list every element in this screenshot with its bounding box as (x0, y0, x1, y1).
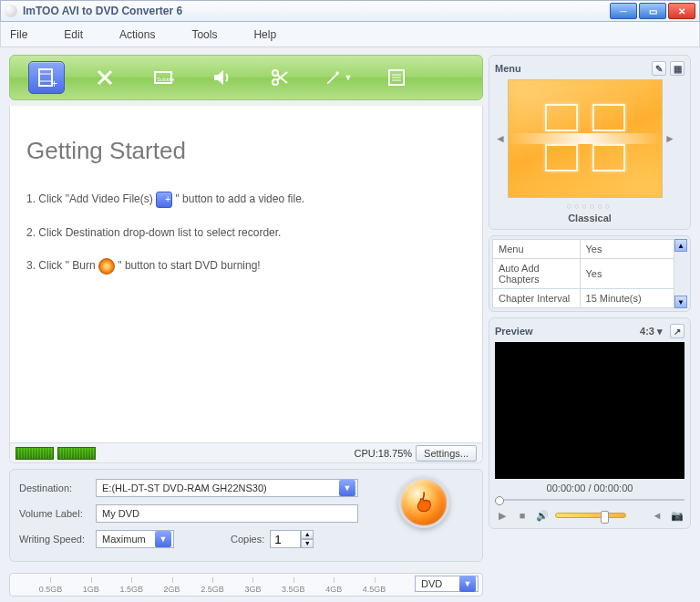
ruler-tick-label: 3.5GB (282, 585, 305, 594)
mute-button[interactable]: 🔊 (535, 508, 550, 523)
ruler-tick-label: 2.5GB (201, 585, 224, 594)
film-plus-icon: + (36, 67, 57, 88)
burn-icon (98, 258, 115, 275)
cpu-settings-button[interactable]: Settings... (416, 445, 477, 462)
menu-actions[interactable]: Actions (119, 28, 155, 41)
aspect-ratio-select[interactable]: 4:3 ▾ (640, 326, 663, 337)
preview-controls: ▶ ■ 🔊 ◄ 📷 (495, 508, 685, 523)
copies-down[interactable]: ▼ (301, 539, 314, 548)
preview-panel: Preview 4:3 ▾ ↗ 00:00:00 / 00:00:00 ▶ ■ … (489, 317, 691, 529)
app-icon (5, 5, 17, 17)
effects-button[interactable]: ▼ (320, 61, 356, 94)
preview-title: Preview (495, 326, 533, 337)
volume-label-input[interactable] (96, 504, 358, 523)
template-thumbnail[interactable] (508, 79, 663, 198)
x-icon (94, 67, 116, 88)
edit-template-button[interactable]: ✎ (652, 61, 666, 76)
step-1: 1. Click "Add Video File(s) " button to … (26, 191, 466, 208)
preview-time: 00:00:00 / 00:00:00 (495, 483, 685, 493)
destination-select[interactable]: E:(HL-DT-ST DVD-RAM GH22NS30)▼ (96, 479, 358, 497)
template-name: Classical (495, 213, 685, 223)
destination-label: Destination: (19, 483, 90, 493)
scissors-icon (269, 67, 291, 88)
chevron-down-icon: ▼ (155, 531, 171, 547)
copies-input[interactable] (270, 530, 301, 548)
preview-seek-bar[interactable] (495, 499, 685, 501)
menu-panel-title: Menu (495, 63, 521, 74)
cpu-core-1 (15, 447, 54, 460)
cpu-core-2 (57, 447, 96, 460)
next-template-button[interactable]: ► (664, 111, 675, 166)
prev-template-button[interactable]: ◄ (495, 111, 506, 166)
cpu-bar: CPU:18.75% Settings... (10, 442, 482, 462)
copies-label: Copies: (231, 534, 264, 545)
ruler-tick-label: 3GB (244, 585, 261, 594)
main-toolbar: + Subtitle ▼ (9, 55, 483, 100)
add-video-icon (156, 192, 172, 208)
getting-started-heading: Getting Started (26, 137, 466, 165)
writing-speed-label: Writing Speed: (19, 534, 90, 545)
menu-tools[interactable]: Tools (191, 28, 217, 41)
close-button[interactable]: ✕ (668, 3, 695, 19)
ruler-tick-label: 1GB (83, 585, 99, 594)
maximize-button[interactable]: ▭ (639, 3, 666, 19)
properties-panel: MenuYesAuto Add ChaptersYesChapter Inter… (489, 235, 691, 312)
disc-type-select[interactable]: DVD▼ (415, 576, 479, 592)
wand-icon (324, 68, 343, 87)
prev-frame-button[interactable]: ◄ (650, 508, 664, 523)
scroll-up[interactable]: ▲ (674, 239, 687, 252)
title-bar: ImTOO AVI to DVD Converter 6 ─ ▭ ✕ (0, 0, 700, 22)
property-row[interactable]: Auto Add ChaptersYes (493, 259, 674, 289)
menu-file[interactable]: File (10, 28, 27, 41)
chevron-down-icon: ▼ (459, 576, 476, 592)
svg-text:Subtitle: Subtitle (157, 77, 174, 82)
flame-icon (411, 490, 437, 515)
subtitle-button[interactable]: Subtitle (145, 61, 181, 94)
stop-button[interactable]: ■ (515, 508, 530, 523)
delete-button[interactable] (87, 61, 123, 94)
volume-slider[interactable] (555, 513, 626, 518)
ruler-tick-label: 2GB (164, 585, 180, 594)
minimize-button[interactable]: ─ (610, 3, 637, 19)
ruler-tick-label: 4GB (325, 585, 342, 594)
svg-rect-0 (39, 69, 52, 86)
properties-table: MenuYesAuto Add ChaptersYesChapter Inter… (492, 239, 674, 308)
list-button[interactable] (378, 61, 415, 94)
add-video-button[interactable]: + (28, 61, 65, 94)
list-icon (386, 67, 407, 88)
speaker-icon (211, 67, 232, 88)
fullscreen-button[interactable]: ↗ (670, 324, 685, 338)
copies-spinner[interactable]: ▲ ▼ (270, 530, 314, 548)
menu-help[interactable]: Help (253, 28, 276, 41)
ruler-tick-label: 1.5GB (119, 585, 143, 594)
property-row[interactable]: MenuYes (493, 240, 674, 259)
audio-button[interactable] (203, 61, 240, 94)
svg-text:+: + (51, 78, 57, 88)
step-2: 2. Click Destination drop-down list to s… (26, 224, 466, 241)
step-3: 3. Click " Burn " button to start DVD bu… (26, 257, 466, 275)
copies-up[interactable]: ▲ (301, 530, 314, 539)
snapshot-button[interactable]: 📷 (670, 508, 685, 523)
menu-bar: File Edit Actions Tools Help (0, 22, 700, 47)
cut-button[interactable] (262, 61, 298, 94)
burn-button[interactable] (398, 477, 449, 528)
menu-edit[interactable]: Edit (64, 28, 83, 41)
subtitle-icon: Subtitle (152, 67, 174, 88)
writing-speed-select[interactable]: Maximum▼ (96, 530, 174, 548)
play-button[interactable]: ▶ (495, 508, 510, 523)
property-row[interactable]: Chapter Interval15 Minute(s) (493, 289, 674, 308)
window-title: ImTOO AVI to DVD Converter 6 (23, 5, 608, 17)
scroll-down[interactable]: ▼ (674, 296, 687, 308)
ruler-tick-label: 0.5GB (39, 585, 63, 594)
preview-video (495, 342, 685, 479)
getting-started-panel: Getting Started 1. Click "Add Video File… (9, 106, 483, 463)
template-pager-dots: ○○○○○○ (495, 202, 685, 211)
templates-grid-button[interactable]: ▦ (670, 61, 685, 76)
cpu-label: CPU:18.75% (354, 448, 412, 459)
chevron-down-icon: ▼ (339, 480, 355, 496)
volume-label-label: Volume Label: (19, 508, 90, 519)
menu-template-panel: Menu ✎ ▦ ◄ ► ○○○○○○ Classical (489, 55, 691, 230)
ruler-tick-label: 4.5GB (363, 585, 386, 594)
disc-capacity-ruler: 0.5GB1GB1.5GB2GB2.5GB3GB3.5GB4GB4.5GB DV… (9, 573, 483, 597)
properties-scrollbar[interactable]: ▲ ▼ (674, 239, 687, 308)
